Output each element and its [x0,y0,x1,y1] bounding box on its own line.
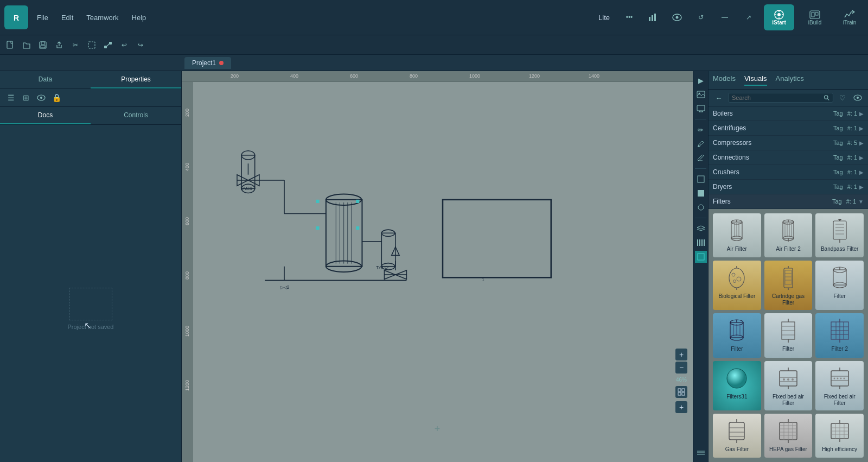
filter-item-filters31[interactable]: Filters31 [713,361,761,410]
filter-item-cartridge[interactable]: Cartridge gas Filter [764,261,813,310]
svg-rect-2 [649,17,650,21]
right-tab-models[interactable]: Models [713,74,736,86]
new-icon[interactable] [4,39,16,51]
dots-icon[interactable]: ••• [621,9,638,26]
left-tab-data[interactable]: Data [0,71,91,88]
istart-button[interactable]: iStart [764,4,794,30]
filter-item-fixed-bed-1[interactable]: Fixed bed air Filter [764,361,813,410]
filter-label-air-filter: Air Filter [727,246,747,252]
filter-item-filter-1[interactable]: Filter [815,261,864,310]
svg-rect-120 [784,268,793,288]
zoom-out-button[interactable]: − [675,362,687,374]
ibuild-button[interactable]: iBuild [801,10,829,26]
filter-item-filter-3[interactable]: Filter [764,313,813,357]
eye-icon[interactable] [668,9,686,26]
menu-edit[interactable]: Edit [59,12,75,23]
layers-bottom-icon[interactable] [695,447,707,459]
filter-item-filter2-grid[interactable]: Filter 2 [815,313,864,357]
heart-icon[interactable]: ♡ [837,92,848,104]
filter-item-air-filter[interactable]: Air Filter [713,213,761,257]
app-logo: R [4,5,28,29]
tab-label: Project1 [192,59,216,67]
filter-item-filter-2[interactable]: Filter [713,313,761,357]
itrain-button[interactable]: iTrain [835,10,864,26]
filter-item-gas-filter[interactable]: Gas Filter [713,414,761,458]
svg-rect-66 [682,393,685,395]
square-outline-icon[interactable] [695,173,707,185]
search-input[interactable] [732,94,824,101]
svg-rect-22 [109,42,112,45]
filter-item-bandpass[interactable]: Bandpass Filter [815,213,864,257]
filter-item-fixed-bed-2[interactable]: Fixed bed air Filter [815,361,864,410]
play-icon[interactable]: ▶ [695,74,707,86]
right-tab-analytics[interactable]: Analytics [776,74,804,86]
tab-project1[interactable]: Project1 [184,57,231,69]
circle-icon[interactable] [695,201,707,213]
eye-right-icon[interactable] [852,92,864,104]
fit-view-button[interactable] [675,386,687,398]
left-subtab-docs[interactable]: Docs [0,107,91,124]
zoom-in-button[interactable]: + [675,349,687,360]
left-subtab-controls[interactable]: Controls [91,107,181,124]
layers-icon[interactable] [695,223,707,235]
model-row-connections[interactable]: Connections Tag #: 1 ▶ [709,150,868,165]
back-icon[interactable]: ← [713,92,725,104]
istart-label: iStart [772,20,786,26]
menu-help[interactable]: Help [130,12,149,23]
arrow-icon[interactable]: ↗ [740,9,757,26]
add-canvas-button[interactable]: + [435,423,441,435]
menu-teamwork[interactable]: Teamwork [84,12,120,23]
filter-item-biological[interactable]: Biological Filter [713,261,761,310]
export-icon[interactable] [53,39,65,51]
add-element-button[interactable]: + [675,401,687,413]
grid-vert-icon[interactable] [695,237,707,249]
eraser-icon[interactable] [695,152,707,164]
undo-tb-icon[interactable]: ↩ [118,39,130,51]
svg-rect-14 [812,12,814,17]
filter-icon-bandpass [827,218,853,244]
menu-file[interactable]: File [35,12,50,23]
lite-label: Lite [598,14,610,22]
cut-icon[interactable]: ✂ [69,39,81,51]
filter-item-high-efficiency[interactable]: High efficiency [815,414,864,458]
filter-item-air-filter-2[interactable]: Air Filter 2 [764,213,813,257]
select-icon[interactable] [86,39,98,51]
pencil-icon[interactable]: ✏ [695,124,707,136]
svg-rect-44 [316,226,319,230]
image-icon[interactable] [695,88,707,100]
diagram-canvas[interactable]: TAG1 [193,82,693,462]
pen-icon[interactable]: 🖊 [695,138,707,150]
filter-label-biological: Biological Filter [718,293,755,300]
lock-icon[interactable]: 🔒 [51,92,62,103]
model-count: #: 5 [847,140,857,146]
model-row-crushers[interactable]: Crushers Tag #: 1 ▶ [709,165,868,180]
model-row-filters[interactable]: Filters Tag #: 1 ▼ [709,194,868,209]
model-row-compressors[interactable]: Compressors Tag #: 5 ▶ [709,136,868,150]
redo-tb-icon[interactable]: ↪ [135,39,146,51]
search-bar[interactable] [728,93,833,103]
canvas-area[interactable]: 200 400 600 800 1000 1200 1400 200 400 6… [182,71,693,462]
chart-icon[interactable] [644,9,662,26]
filter-icon-gas-filter [724,418,750,444]
active-tool-icon[interactable] [695,251,707,263]
monitor-icon[interactable] [695,103,707,115]
filled-square-icon[interactable] [695,187,707,199]
model-row-boilers[interactable]: Boilers Tag #: 1 ▶ [709,106,868,121]
grid-icon[interactable]: ⊞ [21,92,31,103]
ibuild-label: iBuild [808,20,821,26]
svg-rect-18 [41,42,44,45]
open-icon[interactable] [21,39,33,51]
filter-item-hepa[interactable]: HEPA gas Filter [764,414,813,458]
minus-icon[interactable]: — [716,9,733,26]
left-tab-properties[interactable]: Properties [91,71,181,88]
hamburger-icon[interactable]: ☰ [5,92,16,103]
right-tab-visuals[interactable]: Visuals [744,74,767,86]
svg-rect-49 [381,233,395,266]
svg-rect-61 [443,200,551,277]
undo-icon[interactable]: ↺ [692,9,710,26]
connect-icon[interactable] [102,39,114,51]
model-row-dryers[interactable]: Dryers Tag #: 1 ▶ [709,180,868,194]
model-row-centrifuges[interactable]: Centrifuges Tag #: 1 ▶ [709,121,868,136]
eye-left-icon[interactable] [36,92,47,103]
save-icon[interactable] [37,39,49,51]
